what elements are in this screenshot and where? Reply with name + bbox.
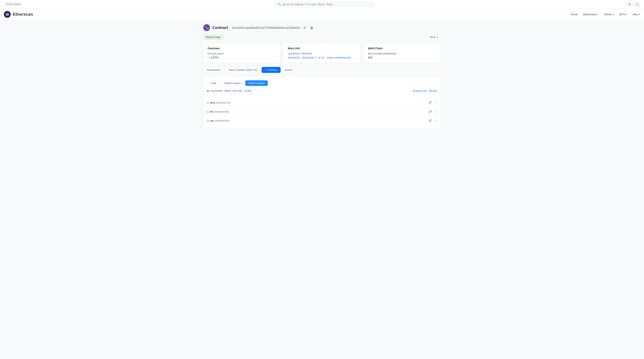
tab-contract[interactable]: ✔ Contract <box>262 67 280 73</box>
nav-links: Home Blockchain ▾ Tokens ▾ NFTs ▾ Misc ▾ <box>570 13 640 16</box>
contract-address: 0x15cf3e71ac5E449CCd777Edd25b0301137Ea04… <box>232 26 300 29</box>
svg-point-4 <box>207 28 209 29</box>
fn-expand-icon-3[interactable]: → <box>434 119 437 122</box>
reset-link[interactable]: [Reset] <box>429 89 437 92</box>
source-code-badge: Source Code <box>203 35 223 40</box>
svg-point-3 <box>204 26 206 28</box>
top-bar: Goerli Testnet 🔍 ☀ ⬡ <box>0 0 644 9</box>
function-item-3: 3. rely (0x65fae35e) 🔗 → <box>207 116 437 125</box>
logo-text: Etherscan <box>13 12 33 17</box>
creator-address-link[interactable]: 0xCb2ED5...09AaEc96 <box>288 56 314 59</box>
connection-row: Connected - Web3 [0xCb2E....Ec96] [Expan… <box>207 89 437 95</box>
tab-read-contract[interactable]: Read Contract <box>221 80 244 86</box>
tab-write-contract[interactable]: Write Contract <box>245 80 268 86</box>
eth-icon-button[interactable]: ⬡ <box>634 1 640 7</box>
tabs-row: Source Code More ▾ <box>203 35 441 40</box>
svg-text:M: M <box>6 13 9 17</box>
nfts-chevron: ▾ <box>626 13 627 16</box>
fn-name-3: 3. rely (0x65fae35e) <box>207 119 230 122</box>
fn-name-1: 1. deny (0x9c52a7f1) <box>207 101 230 104</box>
misc-chevron: ▾ <box>639 13 640 16</box>
search-input[interactable] <box>282 3 372 6</box>
fn-icons-3: 🔗 → <box>428 119 437 122</box>
function-item-2: 2. file (0xebecb39d) 🔗 → <box>207 107 437 116</box>
function-item-1: 1. deny (0x9c52a7f1) 🔗 → <box>207 98 437 107</box>
contract-creator-value: 0xCb2ED5...09AaEc96 ⧉ at txn 0xf3f1e1fdd… <box>288 56 356 59</box>
tab-code[interactable]: Code <box>207 80 220 86</box>
eth-balance-label: ETH BALANCE <box>208 53 276 55</box>
network-badge: Goerli Testnet <box>4 2 23 6</box>
info-cards: Overview ETH BALANCE ⬡ 0 ETH More Info C… <box>203 43 441 63</box>
tab-transactions[interactable]: Transactions <box>203 67 224 73</box>
fn-link-icon-2[interactable]: 🔗 <box>428 110 432 113</box>
code-tabs: Code Read Contract Write Contract <box>207 80 437 86</box>
fn-link-icon-3[interactable]: 🔗 <box>428 119 432 122</box>
fn-expand-icon-2[interactable]: → <box>434 110 437 113</box>
eth-symbol: ⬡ <box>208 56 210 59</box>
fn-link-icon-1[interactable]: 🔗 <box>428 101 432 104</box>
nav-tokens[interactable]: Tokens ▾ <box>603 13 614 16</box>
qr-code-button[interactable]: ▦ <box>309 26 314 30</box>
fn-name-2: 2. file (0xebecb39d) <box>207 110 229 113</box>
action-links: [Expand All] [Reset] <box>413 89 437 92</box>
nav-home[interactable]: Home <box>570 13 578 16</box>
contract-avatar <box>203 24 210 31</box>
more-chevron: ▾ <box>436 36 438 39</box>
nav-blockchain[interactable]: Blockchain ▾ <box>583 13 598 16</box>
navbar: M Etherscan Home Blockchain ▾ Tokens ▾ N… <box>0 9 644 20</box>
fn-expand-icon-1[interactable]: → <box>434 101 437 104</box>
svg-point-2 <box>203 24 210 31</box>
contract-title: Contract <box>212 26 228 30</box>
top-icons: ☀ ⬡ <box>626 1 640 7</box>
copy-creator-icon[interactable]: ⧉ <box>314 56 316 59</box>
connected-dot <box>207 90 209 92</box>
txn-hash-link[interactable]: 0xf3f1e1fdd56aaee36... <box>327 56 353 59</box>
more-info-title: More Info <box>288 47 356 50</box>
more-button[interactable]: More ▾ <box>427 35 441 40</box>
multichain-label: MULTICHAIN ADDRESSES <box>368 53 436 55</box>
fn-icons-1: 🔗 → <box>428 101 437 104</box>
tokens-chevron: ▾ <box>613 13 614 16</box>
nav-misc[interactable]: Misc ▾ <box>633 13 640 16</box>
overview-card: Overview ETH BALANCE ⬡ 0 ETH <box>203 43 280 63</box>
expand-all-link[interactable]: [Expand All] <box>413 89 426 92</box>
fn-icons-2: 🔗 → <box>428 110 437 113</box>
logo-icon: M <box>4 11 11 18</box>
main-panel: Code Read Contract Write Contract Connec… <box>203 76 441 129</box>
multi-chain-card: Multi Chain MULTICHAIN ADDRESSES N/A <box>364 43 441 63</box>
connected-address-link[interactable]: [0xCb2E....Ec96] <box>232 89 251 92</box>
logo[interactable]: M Etherscan <box>4 11 33 18</box>
multi-chain-title: Multi Chain <box>368 47 436 50</box>
copy-address-button[interactable]: ⧉ <box>302 26 307 30</box>
overview-title: Overview <box>208 47 276 50</box>
connection-info: Connected - Web3 [0xCb2E....Ec96] <box>207 89 251 92</box>
more-info-card: More Info CONTRACT CREATOR 0xCb2ED5...09… <box>284 43 361 63</box>
contract-creator-label: CONTRACT CREATOR <box>288 53 356 55</box>
tab-token-transfers[interactable]: Token Transfers (ERC-20) <box>225 67 260 73</box>
search-bar[interactable]: 🔍 <box>275 1 374 7</box>
contract-header: Contract 0x15cf3e71ac5E449CCd777Edd25b03… <box>203 24 441 31</box>
nav-nfts[interactable]: NFTs ▾ <box>619 13 628 16</box>
eth-balance-value: ⬡ 0 ETH <box>208 56 276 59</box>
tab-events[interactable]: Events <box>282 67 296 73</box>
page-content: Contract 0x15cf3e71ac5E449CCd777Edd25b03… <box>199 20 445 133</box>
theme-toggle-button[interactable]: ☀ <box>626 1 632 7</box>
search-icon: 🔍 <box>278 3 281 6</box>
multichain-value: N/A <box>368 56 436 59</box>
function-tabs: Transactions Token Transfers (ERC-20) ✔ … <box>203 67 441 73</box>
blockchain-chevron: ▾ <box>597 13 598 16</box>
